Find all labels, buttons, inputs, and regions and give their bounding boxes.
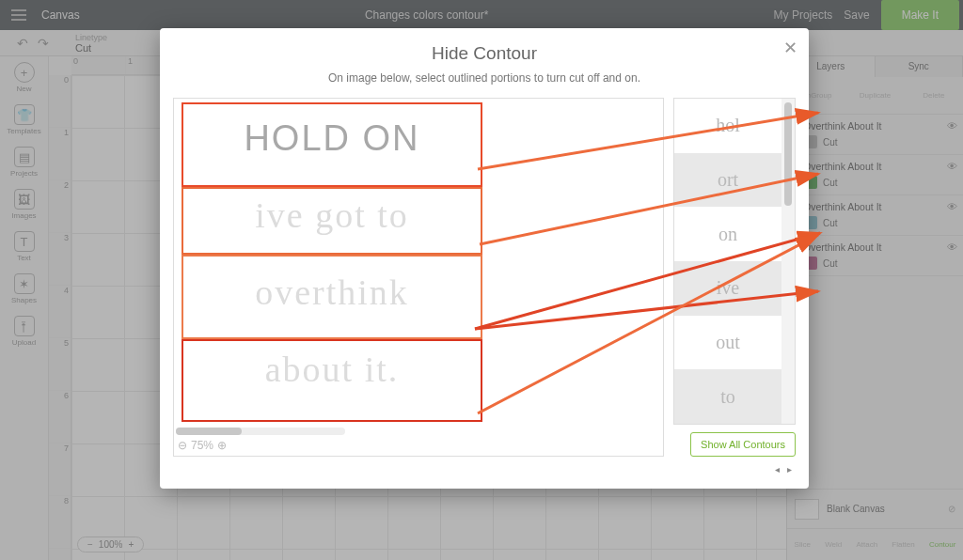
close-icon[interactable]: ✕ bbox=[783, 38, 797, 58]
contour-thumbnails: hol ort on ive out to Show All Contours bbox=[673, 98, 796, 457]
thumbs-scrollbar[interactable] bbox=[781, 99, 795, 424]
hide-contour-modal: ✕ Hide Contour On image below, select ou… bbox=[160, 28, 809, 489]
contour-thumb[interactable]: ive bbox=[674, 261, 781, 316]
annotation-box bbox=[182, 187, 482, 255]
contour-thumb[interactable]: ort bbox=[674, 153, 781, 208]
modal-subtitle: On image below, select outlined portions… bbox=[160, 71, 809, 85]
scroll-left-icon[interactable]: ◂ bbox=[771, 464, 783, 479]
zoom-out-icon[interactable]: ⊖ bbox=[178, 439, 187, 452]
modal-bottom-scroll: ◂ ▸ bbox=[173, 464, 796, 479]
contour-preview[interactable]: HOLD ON ive got to overthink about it. ⊖… bbox=[173, 98, 664, 457]
annotation-box bbox=[182, 102, 482, 187]
show-all-contours-button[interactable]: Show All Contours bbox=[690, 432, 796, 457]
scroll-right-icon[interactable]: ▸ bbox=[783, 464, 796, 479]
contour-thumb[interactable]: to bbox=[674, 369, 781, 424]
contour-thumb[interactable]: hol bbox=[674, 99, 781, 153]
preview-zoom[interactable]: ⊖ 75% ⊕ bbox=[178, 439, 227, 452]
preview-zoom-value: 75% bbox=[191, 439, 213, 452]
preview-scrollbar-h[interactable] bbox=[176, 428, 345, 435]
contour-thumb[interactable]: on bbox=[674, 207, 781, 261]
annotation-box bbox=[182, 255, 482, 339]
contour-thumb[interactable]: out bbox=[674, 316, 781, 370]
zoom-in-icon[interactable]: ⊕ bbox=[217, 439, 227, 452]
modal-title: Hide Contour bbox=[160, 43, 809, 64]
annotation-box bbox=[182, 339, 482, 422]
